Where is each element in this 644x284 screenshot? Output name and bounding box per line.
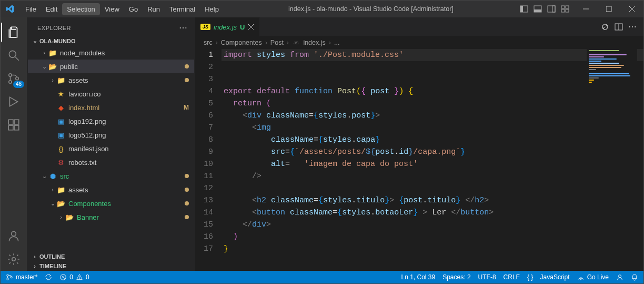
activity-search[interactable] <box>1 44 26 67</box>
bc-file[interactable]: index.js <box>303 39 325 46</box>
tree-item-src[interactable]: ⌄⬢src <box>28 169 194 183</box>
tree-item-assets[interactable]: ›📁assets <box>28 183 194 197</box>
menu-edit[interactable]: Edit <box>41 3 62 15</box>
svg-point-24 <box>12 258 16 261</box>
activity-scm[interactable]: 46 <box>1 67 26 90</box>
menu-bar: File Edit Selection View Go Run Terminal… <box>21 3 224 15</box>
maximize-button[interactable] <box>597 1 620 17</box>
line-gutter: 1234567891011121314151617 <box>195 49 222 271</box>
close-button[interactable] <box>620 1 643 17</box>
split-editor-icon[interactable] <box>615 23 623 31</box>
git-modified-dot <box>185 215 189 219</box>
tree-item-logo512-png[interactable]: ▣logo512.png <box>28 128 194 142</box>
minimize-button[interactable] <box>574 1 597 17</box>
status-bar: master* 0 0 Ln 1, Col 39 Spaces: 2 UTF-8… <box>1 271 643 283</box>
bc-componentes[interactable]: Componentes <box>221 39 262 46</box>
tree-item-robots-txt[interactable]: ⚙robots.txt <box>28 155 194 169</box>
status-encoding[interactable]: UTF-8 <box>478 273 496 281</box>
status-golive[interactable]: Go Live <box>577 273 609 281</box>
status-feedback[interactable] <box>616 273 623 281</box>
toggle-secondary-sidebar-icon[interactable] <box>546 3 557 15</box>
activity-explorer[interactable] <box>1 21 26 44</box>
menu-go[interactable]: Go <box>124 3 143 15</box>
svg-rect-9 <box>566 9 569 12</box>
tree-item-assets[interactable]: ›📁assets <box>28 73 194 87</box>
folder-gold-icon: 📁 <box>56 186 66 194</box>
git-modified-dot <box>185 64 189 68</box>
chevron-right-icon: › <box>49 187 56 193</box>
toggle-primary-sidebar-icon[interactable] <box>518 3 530 15</box>
svg-point-18 <box>16 77 18 80</box>
code-area[interactable]: 1234567891011121314151617 import styles … <box>195 49 643 271</box>
project-section[interactable]: ⌄ OLA-MUNDO <box>27 36 195 46</box>
breadcrumbs[interactable]: src› Componentes› Post› JS index.js› ... <box>195 36 643 49</box>
chevron-down-icon: ⌄ <box>49 200 56 207</box>
diff-icon[interactable] <box>601 23 609 31</box>
svg-rect-3 <box>534 9 541 12</box>
folder-react-icon: ⬢ <box>48 172 57 180</box>
tree-label: robots.txt <box>68 159 189 167</box>
status-spaces[interactable]: Spaces: 2 <box>442 273 470 281</box>
status-lang[interactable]: { } JavaScript <box>527 273 570 281</box>
svg-rect-19 <box>8 120 13 124</box>
menu-file[interactable]: File <box>21 3 41 15</box>
svg-point-17 <box>9 81 12 83</box>
outline-section[interactable]: › OUTLINE <box>27 252 195 261</box>
tab-label: index.js <box>214 23 237 31</box>
svg-point-23 <box>12 231 16 236</box>
project-name: OLA-MUNDO <box>39 38 75 44</box>
tree-item-index-html[interactable]: ◆index.htmlM <box>28 101 194 114</box>
bc-post[interactable]: Post <box>270 39 284 46</box>
bc-src[interactable]: src <box>204 39 213 46</box>
svg-line-15 <box>15 57 19 61</box>
customize-layout-icon[interactable] <box>559 3 571 15</box>
tree-label: Banner <box>77 213 183 221</box>
activity-settings[interactable] <box>1 248 26 271</box>
status-eol[interactable]: CRLF <box>504 273 520 281</box>
outline-label: OUTLINE <box>39 253 65 260</box>
editor-more-icon[interactable]: ⋯ <box>628 22 637 32</box>
tree-item-logo192-png[interactable]: ▣logo192.png <box>28 114 194 128</box>
git-modified-dot <box>185 174 189 178</box>
activity-run[interactable] <box>1 90 26 113</box>
tab-close-icon[interactable] <box>248 24 254 30</box>
tree-item-node_modules[interactable]: ›📁node_modules <box>28 46 194 60</box>
activity-extensions[interactable] <box>1 113 26 136</box>
status-cursor[interactable]: Ln 1, Col 39 <box>401 273 435 281</box>
folder-grey-icon: 📂 <box>65 213 74 221</box>
svg-rect-22 <box>14 120 19 124</box>
status-sync[interactable] <box>45 273 52 281</box>
svg-point-14 <box>9 51 16 57</box>
chevron-down-icon: ⌄ <box>31 37 38 44</box>
tree-item-public[interactable]: ⌄📂public <box>28 60 194 73</box>
tree-item-banner[interactable]: ›📂Banner <box>28 210 194 224</box>
explorer-more-icon[interactable]: ⋯ <box>179 23 188 33</box>
menu-selection[interactable]: Selection <box>62 3 99 15</box>
code-content[interactable]: import styles from './Post.module.css' e… <box>222 49 643 271</box>
tab-indexjs[interactable]: JS index.js U <box>195 17 260 36</box>
tree-item-componentes[interactable]: ⌄📂Componentes <box>28 197 194 210</box>
activity-account[interactable] <box>1 224 26 248</box>
timeline-label: TIMELINE <box>39 263 66 269</box>
menu-terminal[interactable]: Terminal <box>165 3 200 15</box>
menu-run[interactable]: Run <box>143 3 165 15</box>
bc-more[interactable]: ... <box>334 39 339 46</box>
tree-label: logo512.png <box>68 131 189 139</box>
status-bell[interactable] <box>631 273 638 281</box>
tree-label: Componentes <box>68 200 183 208</box>
menu-view[interactable]: View <box>100 3 124 15</box>
timeline-section[interactable]: › TIMELINE <box>27 261 195 271</box>
status-branch[interactable]: master* <box>6 273 37 281</box>
svg-rect-11 <box>606 6 611 12</box>
chevron-right-icon: › <box>31 253 38 260</box>
status-problems[interactable]: 0 0 <box>59 273 89 281</box>
menu-help[interactable]: Help <box>200 3 224 15</box>
tree-item-manifest-json[interactable]: {}manifest.json <box>28 142 194 155</box>
minimap[interactable] <box>587 49 637 96</box>
toggle-panel-icon[interactable] <box>532 3 544 15</box>
tree-item-favicon-ico[interactable]: ★favicon.ico <box>28 87 194 101</box>
image-icon: ▣ <box>56 117 66 125</box>
window-title: index.js - ola-mundo - Visual Studio Cod… <box>224 5 518 13</box>
tab-actions: ⋯ <box>601 22 643 32</box>
svg-point-36 <box>79 278 79 279</box>
